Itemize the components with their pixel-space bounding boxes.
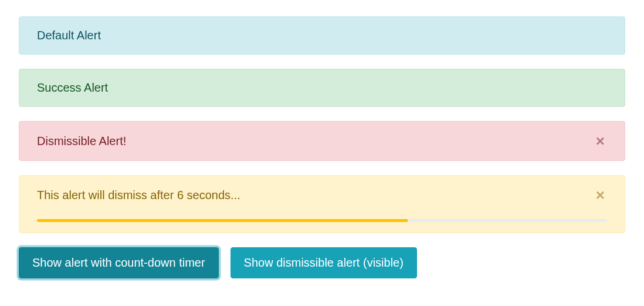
alert-default: Default Alert [19, 16, 625, 55]
alert-success: Success Alert [19, 69, 625, 107]
alert-dismissible-text: Dismissible Alert! [37, 134, 126, 148]
button-row: Show alert with count-down timer Show di… [19, 247, 625, 278]
alert-countdown: This alert will dismiss after 6 seconds.… [19, 175, 625, 233]
show-dismissible-button[interactable]: Show dismissible alert (visible) [231, 247, 417, 278]
close-icon[interactable]: × [594, 187, 607, 203]
close-icon[interactable]: × [594, 133, 607, 149]
countdown-progress-bar [37, 219, 408, 222]
show-countdown-button[interactable]: Show alert with count-down timer [19, 247, 219, 278]
alert-countdown-text: This alert will dismiss after 6 seconds.… [37, 189, 240, 202]
alert-dismissible: Dismissible Alert! × [19, 121, 625, 161]
alert-success-text: Success Alert [37, 81, 108, 95]
alert-default-text: Default Alert [37, 29, 101, 42]
countdown-progress-track [37, 219, 607, 222]
